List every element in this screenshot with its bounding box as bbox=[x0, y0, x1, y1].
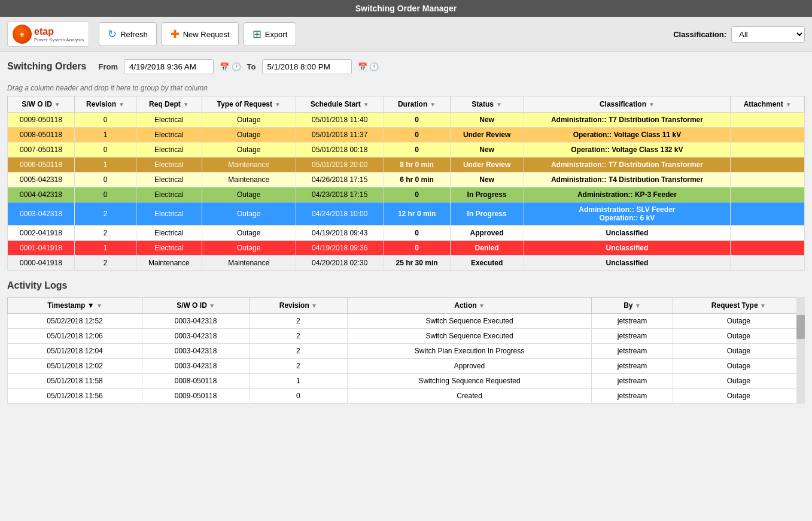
activity-logs-title: Activity Logs bbox=[7, 280, 805, 291]
to-date-icons[interactable]: 📅 🕐 bbox=[358, 62, 379, 71]
table-cell: 05/01/2018 00:18 bbox=[296, 143, 384, 157]
table-cell: New bbox=[450, 143, 524, 157]
table-row[interactable]: 0001-0419181ElectricalOutage04/19/2018 0… bbox=[8, 241, 805, 256]
act-col-by: By ▼ bbox=[592, 298, 673, 314]
refresh-icon: ↻ bbox=[108, 28, 117, 41]
table-cell: 05/01/2018 11:37 bbox=[296, 128, 384, 143]
table-cell: 1 bbox=[74, 128, 136, 143]
list-item[interactable]: 05/02/2018 12:520003-0423182Switch Seque… bbox=[8, 314, 805, 329]
revision-sort-icon[interactable]: ▼ bbox=[118, 101, 124, 108]
schedule-sort-icon[interactable]: ▼ bbox=[363, 101, 369, 108]
table-row[interactable]: 0002-0419182ElectricalOutage04/19/2018 0… bbox=[8, 226, 805, 241]
switching-orders-table: S/W O ID ▼ Revision ▼ Req Dept ▼ Type of… bbox=[7, 96, 805, 271]
logo-box: e etap Power System Analysis bbox=[7, 22, 89, 47]
table-cell: 0005-042318 bbox=[8, 172, 75, 187]
refresh-button[interactable]: ↻ Refresh bbox=[99, 22, 157, 46]
activity-cell: Outage bbox=[673, 389, 804, 404]
activity-cell: 0003-042318 bbox=[142, 329, 250, 344]
act-action-filter-icon[interactable]: ▼ bbox=[479, 302, 485, 309]
drag-hint: Drag a column header and drop it here to… bbox=[7, 84, 805, 92]
act-revision-filter-icon[interactable]: ▼ bbox=[311, 302, 317, 309]
table-cell bbox=[731, 187, 805, 202]
timestamp-filter-icon[interactable]: ▼ bbox=[96, 302, 102, 309]
to-date-input[interactable] bbox=[262, 59, 352, 74]
list-item[interactable]: 05/01/2018 12:040003-0423182Switch Plan … bbox=[8, 344, 805, 359]
classification-select[interactable]: All Administration Operation bbox=[731, 26, 805, 43]
activity-cell: 05/01/2018 11:56 bbox=[8, 389, 142, 404]
table-cell: 2 bbox=[74, 226, 136, 241]
col-header-schedule-start: Schedule Start ▼ bbox=[296, 96, 384, 113]
table-cell: Executed bbox=[450, 256, 524, 271]
new-request-label: New Request bbox=[183, 30, 230, 39]
export-icon: ⊞ bbox=[253, 28, 261, 41]
table-cell: 0 bbox=[74, 187, 136, 202]
table-cell: 0003-042318 bbox=[8, 202, 75, 226]
table-cell: Outage bbox=[202, 202, 296, 226]
table-row[interactable]: 0004-0423180ElectricalOutage04/23/2018 1… bbox=[8, 187, 805, 202]
main-content: Switching Orders From 📅 🕐 To 📅 🕐 Drag a … bbox=[0, 52, 812, 411]
table-cell: 0 bbox=[384, 187, 450, 202]
table-row[interactable]: 0005-0423180ElectricalMaintenance04/26/2… bbox=[8, 172, 805, 187]
req-dept-sort-icon[interactable]: ▼ bbox=[183, 101, 189, 108]
table-row[interactable]: 0009-0501180ElectricalOutage05/01/2018 1… bbox=[8, 113, 805, 128]
table-cell: 0009-050118 bbox=[8, 113, 75, 128]
table-row[interactable]: 0007-0501180ElectricalOutage05/01/2018 0… bbox=[8, 143, 805, 157]
activity-cell: jetstream bbox=[592, 374, 673, 389]
table-cell: 8 hr 0 min bbox=[384, 157, 450, 172]
list-item[interactable]: 05/01/2018 11:560009-0501180Createdjetst… bbox=[8, 389, 805, 404]
table-cell bbox=[731, 241, 805, 256]
scrollbar-thumb[interactable] bbox=[796, 315, 805, 339]
activity-header-row: Timestamp ▼ ▼ S/W O ID ▼ Revision ▼ Acti… bbox=[8, 298, 805, 314]
table-cell: New bbox=[450, 113, 524, 128]
table-cell: 05/01/2018 20:00 bbox=[296, 157, 384, 172]
act-col-request-type: Request Type ▼ bbox=[673, 298, 804, 314]
activity-cell: 2 bbox=[250, 314, 348, 329]
scrollbar-track[interactable] bbox=[796, 297, 805, 404]
attachment-sort-icon[interactable]: ▼ bbox=[786, 101, 792, 108]
activity-cell: 0003-042318 bbox=[142, 314, 250, 329]
list-item[interactable]: 05/01/2018 12:020003-0423182Approvedjets… bbox=[8, 359, 805, 374]
table-cell: 2 bbox=[74, 202, 136, 226]
table-row[interactable]: 0000-0419182MaintenanceMaintenance04/20/… bbox=[8, 256, 805, 271]
table-cell bbox=[731, 256, 805, 271]
activity-cell: 2 bbox=[250, 359, 348, 374]
classification-sort-icon[interactable]: ▼ bbox=[649, 101, 655, 108]
table-cell: 0 bbox=[384, 113, 450, 128]
act-req-type-filter-icon[interactable]: ▼ bbox=[760, 302, 766, 309]
table-cell bbox=[731, 157, 805, 172]
activity-cell: Outage bbox=[673, 329, 804, 344]
act-swo-filter-icon[interactable]: ▼ bbox=[209, 302, 215, 309]
refresh-label: Refresh bbox=[120, 30, 148, 39]
table-cell: 0 bbox=[74, 143, 136, 157]
table-cell: Electrical bbox=[136, 202, 202, 226]
swo-id-sort-icon[interactable]: ▼ bbox=[54, 101, 60, 108]
table-cell: Outage bbox=[202, 187, 296, 202]
logo-text: etap bbox=[34, 26, 84, 37]
table-cell: Administration:: SLV FeederOperation:: 6… bbox=[524, 202, 731, 226]
table-row[interactable]: 0006-0501181ElectricalMaintenance05/01/2… bbox=[8, 157, 805, 172]
from-date-input[interactable] bbox=[124, 59, 214, 74]
act-col-revision: Revision ▼ bbox=[250, 298, 348, 314]
table-row[interactable]: 0008-0501181ElectricalOutage05/01/2018 1… bbox=[8, 128, 805, 143]
toolbar: e etap Power System Analysis ↻ Refresh ✚… bbox=[0, 17, 812, 52]
table-cell: Outage bbox=[202, 128, 296, 143]
table-cell: 04/23/2018 17:15 bbox=[296, 187, 384, 202]
act-by-filter-icon[interactable]: ▼ bbox=[635, 302, 641, 309]
list-item[interactable]: 05/01/2018 11:580008-0501181Switching Se… bbox=[8, 374, 805, 389]
from-date-icons[interactable]: 📅 🕐 bbox=[220, 62, 241, 71]
table-cell: Maintenance bbox=[202, 172, 296, 187]
table-cell: Electrical bbox=[136, 113, 202, 128]
activity-cell: 1 bbox=[250, 374, 348, 389]
type-sort-icon[interactable]: ▼ bbox=[275, 101, 281, 108]
new-request-button[interactable]: ✚ New Request bbox=[162, 22, 239, 46]
status-sort-icon[interactable]: ▼ bbox=[496, 101, 502, 108]
activity-cell: jetstream bbox=[592, 389, 673, 404]
list-item[interactable]: 05/01/2018 12:060003-0423182Switch Seque… bbox=[8, 329, 805, 344]
table-row[interactable]: 0003-0423182ElectricalOutage04/24/2018 1… bbox=[8, 202, 805, 226]
export-button[interactable]: ⊞ Export bbox=[244, 22, 297, 46]
duration-sort-icon[interactable]: ▼ bbox=[430, 101, 436, 108]
logo-area: e etap Power System Analysis bbox=[7, 22, 89, 47]
table-cell bbox=[731, 172, 805, 187]
table-cell: 2 bbox=[74, 256, 136, 271]
table-cell: Electrical bbox=[136, 187, 202, 202]
